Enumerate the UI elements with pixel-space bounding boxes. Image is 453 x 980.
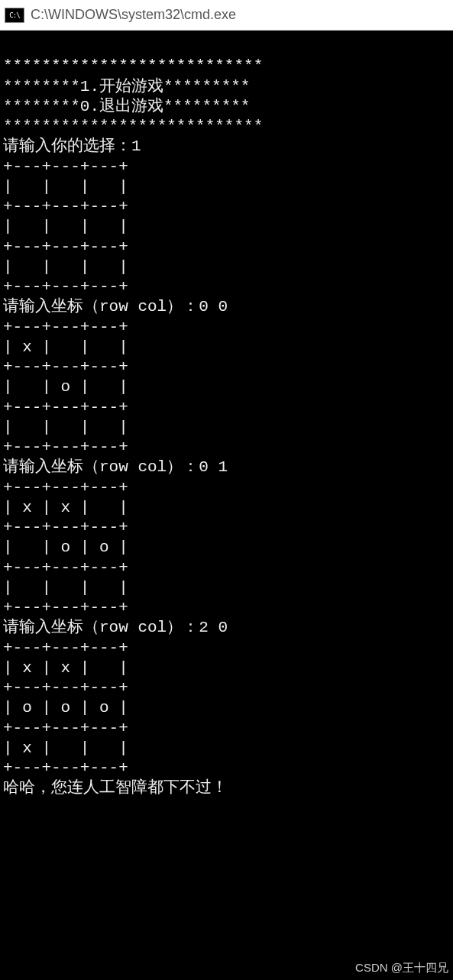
console-line: | | o | o | xyxy=(3,539,128,556)
console-line: +---+---+---+ xyxy=(3,559,128,577)
console-line: 哈哈，您连人工智障都下不过！ xyxy=(3,779,228,797)
window-title-bar: C:\WINDOWS\system32\cmd.exe xyxy=(0,0,453,31)
console-line: | | o | | xyxy=(3,378,128,396)
console-line: | x | x | | xyxy=(3,659,128,677)
window-title: C:\WINDOWS\system32\cmd.exe xyxy=(31,7,236,23)
console-line: | | | | xyxy=(3,218,128,235)
console-line: +---+---+---+ xyxy=(3,438,128,456)
watermark: CSDN @王十四兄 xyxy=(355,961,448,975)
console-line: +---+---+---+ xyxy=(3,278,128,296)
console-line: +---+---+---+ xyxy=(3,519,128,536)
console-line: | | | | xyxy=(3,419,128,436)
cmd-icon xyxy=(5,8,24,23)
console-line: +---+---+---+ xyxy=(3,639,128,657)
console-line: | | | | xyxy=(3,178,128,196)
console-line: +---+---+---+ xyxy=(3,720,128,737)
console-line: ********0.退出游戏********* xyxy=(3,98,250,115)
console-line: 请输入坐标（row col）：0 1 xyxy=(3,458,228,476)
terminal-output[interactable]: *************************** ********1.开始… xyxy=(0,31,453,980)
console-line: ********1.开始游戏********* xyxy=(3,78,250,95)
console-line: | | | | xyxy=(3,258,128,276)
console-line: *************************** xyxy=(3,118,263,135)
console-line: | x | | | xyxy=(3,739,128,757)
console-line: +---+---+---+ xyxy=(3,679,128,697)
console-line: +---+---+---+ xyxy=(3,319,128,336)
console-line: +---+---+---+ xyxy=(3,158,128,176)
console-line: 请输入坐标（row col）：0 0 xyxy=(3,298,228,315)
console-line: | x | | | xyxy=(3,338,128,356)
console-line: | x | x | | xyxy=(3,499,128,516)
console-line: *************************** xyxy=(3,57,263,75)
console-line: 请输入坐标（row col）：2 0 xyxy=(3,619,228,636)
console-line: +---+---+---+ xyxy=(3,759,128,777)
console-line: 请输入你的选择：1 xyxy=(3,137,141,155)
console-line: +---+---+---+ xyxy=(3,399,128,416)
console-line: +---+---+---+ xyxy=(3,599,128,616)
console-line: +---+---+---+ xyxy=(3,358,128,376)
console-line: +---+---+---+ xyxy=(3,238,128,256)
console-line: +---+---+---+ xyxy=(3,479,128,496)
console-line: +---+---+---+ xyxy=(3,198,128,215)
console-line: | | | | xyxy=(3,579,128,597)
console-line: | o | o | o | xyxy=(3,699,128,716)
